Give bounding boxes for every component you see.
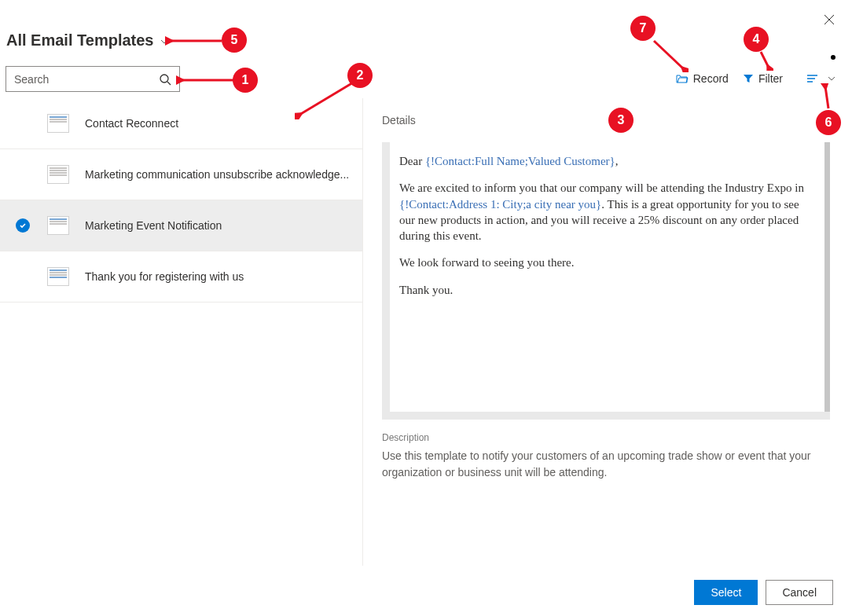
filter-label: Filter [758, 72, 783, 85]
template-thumbnail-icon [47, 267, 69, 286]
template-name: Marketing Event Notification [85, 219, 222, 232]
annotation-badge: 6 [816, 110, 841, 135]
chevron-down-icon [827, 74, 836, 83]
search-box[interactable] [6, 66, 180, 92]
details-pane: Details Dear {!Contact:Full Name;Valued … [363, 98, 852, 566]
filter-icon [743, 73, 754, 84]
dialog-footer: Select Cancel [694, 580, 833, 605]
close-button[interactable] [824, 14, 835, 28]
annotation-badge: 1 [233, 68, 258, 93]
toolbar-right: Record Filter [673, 69, 836, 88]
template-list: Contact Reconnect Marketing communicatio… [0, 98, 363, 566]
merge-token: {!Contact:Address 1: City;a city near yo… [399, 198, 601, 211]
list-item[interactable]: Marketing Event Notification [0, 200, 362, 251]
selected-check-icon [16, 218, 30, 233]
record-label: Record [693, 72, 729, 85]
annotation-badge: 3 [608, 108, 633, 133]
sort-lines-icon [806, 73, 819, 84]
body-paragraph: We are excited to inform you that our co… [399, 180, 816, 244]
template-name: Contact Reconnect [85, 117, 178, 130]
description-text: Use this template to notify your custome… [382, 448, 822, 481]
template-thumbnail-icon [47, 165, 69, 184]
scrollbar[interactable] [824, 142, 830, 412]
cancel-button[interactable]: Cancel [766, 580, 833, 605]
select-button[interactable]: Select [694, 580, 758, 605]
annotation-arrow [819, 83, 835, 113]
annotation-badge: 5 [222, 28, 247, 53]
svg-line-6 [299, 82, 354, 115]
list-item[interactable]: Marketing communication unsubscribe ackn… [0, 149, 362, 200]
template-thumbnail-icon [47, 114, 69, 133]
details-heading: Details [382, 114, 830, 126]
search-input[interactable] [14, 73, 159, 86]
content-area: Contact Reconnect Marketing communicatio… [0, 98, 852, 566]
text: , [615, 155, 619, 167]
annotation-arrow [755, 49, 773, 71]
filter-button[interactable]: Filter [740, 69, 786, 88]
description-label: Description [382, 432, 830, 443]
svg-line-9 [825, 86, 828, 108]
body-paragraph: We look forward to seeing you there. [399, 255, 816, 270]
svg-line-7 [761, 52, 769, 68]
annotation-badge: 2 [347, 63, 373, 88]
annotation-badge: 4 [744, 27, 769, 52]
body-greeting: Dear {!Contact:Full Name;Valued Customer… [399, 153, 816, 169]
template-body-preview: Dear {!Contact:Full Name;Valued Customer… [382, 142, 830, 420]
notification-dot [831, 55, 835, 60]
template-thumbnail-icon [47, 216, 69, 235]
folder-open-icon [676, 73, 689, 84]
search-icon [159, 73, 171, 86]
svg-line-10 [654, 41, 684, 69]
sort-button[interactable] [806, 70, 819, 87]
annotation-arrow [649, 36, 689, 72]
merge-token: {!Contact:Full Name;Valued Customer} [425, 155, 615, 167]
annotation-arrow [176, 71, 239, 90]
selection-col [14, 218, 31, 233]
body-paragraph: Thank you. [399, 282, 816, 298]
view-title-dropdown[interactable]: All Email Templates [6, 31, 169, 50]
template-name: Marketing communication unsubscribe ackn… [85, 168, 349, 181]
view-title-text: All Email Templates [6, 31, 153, 50]
svg-line-1 [167, 82, 171, 85]
annotation-arrow [165, 33, 226, 49]
text: Dear [399, 155, 425, 167]
template-name: Thank you for registering with us [85, 270, 244, 283]
svg-point-0 [160, 75, 168, 82]
annotation-badge: 7 [630, 16, 656, 41]
text: We are excited to inform you that our co… [399, 182, 804, 194]
list-item[interactable]: Thank you for registering with us [0, 251, 362, 302]
